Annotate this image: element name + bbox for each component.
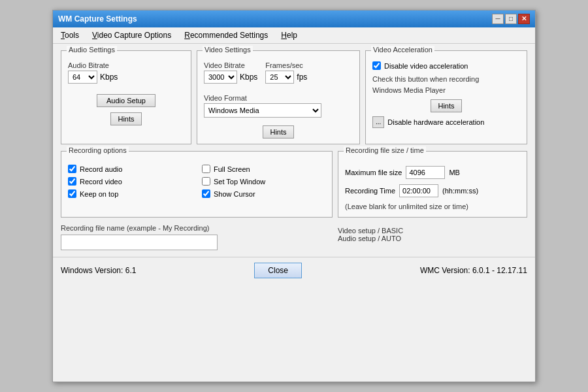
full-screen-checkbox[interactable] [202,165,210,173]
audio-bitrate-row: 64 32 48 96 128 192 256 Kbps [68,71,184,84]
max-file-size-unit: MB [449,169,460,176]
video-setup-info: Video setup / BASIC [338,227,527,235]
fps-unit: fps [297,73,307,82]
recording-time-input[interactable] [399,184,438,197]
fps-label: Frames/sec [265,61,307,69]
record-video-row: Record video [68,177,191,186]
size-time-note: (Leave blank for unlimited size or time) [345,203,520,210]
accel-hint-text: Check this button when recording Windows… [372,74,520,95]
menu-recommended-settings[interactable]: Recommended Settings [179,29,273,42]
set-top-window-checkbox[interactable] [202,177,210,186]
recording-file-size-title: Recording file size / time [344,146,426,154]
audio-settings-title: Audio Settings [67,46,117,54]
record-audio-label: Record audio [80,165,122,173]
record-audio-row: Record audio [68,165,191,173]
record-video-label: Record video [80,178,122,186]
close-window-button[interactable]: ✕ [518,14,530,24]
maximize-button[interactable]: □ [505,14,517,24]
video-format-select[interactable]: Windows Media AVI MP4 WMV [204,103,321,118]
audio-hints-button[interactable]: Hints [110,112,141,125]
mid-section: Recording file name (example - My Record… [61,224,527,250]
audio-bitrate-unit: Kbps [100,73,118,82]
disable-accel-row: Disable video acceleration [372,61,520,70]
video-bitrate-fps-row: Video Bitrate 3000 500 1000 2000 4000 60… [204,61,353,89]
title-bar: WM Capture Settings ─ □ ✕ [53,10,535,27]
video-accel-title: Video Acceleration [371,46,434,54]
minimize-button[interactable]: ─ [492,14,504,24]
disable-hw-accel-row: ... Disable hardware acceleration [372,116,520,128]
show-cursor-row: Show Cursor [202,189,325,198]
bottom-section: Recording options Record audio Full Scre… [61,151,527,218]
audio-settings-panel: Audio Settings Audio Bitrate 64 32 48 96… [61,50,191,144]
recording-options-grid: Record audio Full Screen Record video Se… [68,165,325,201]
audio-bitrate-label: Audio Bitrate [68,61,184,69]
filename-section: Recording file name (example - My Record… [61,224,331,250]
windows-version: Windows Version: 6.1 [61,266,136,275]
time-format-label: (hh:mm:ss) [442,187,478,195]
keep-on-top-checkbox[interactable] [68,189,76,198]
max-file-size-label: Maximum file size [345,169,402,176]
recording-time-label: Recording Time [345,187,395,195]
wmc-version: WMC Version: 6.0.1 - 12.17.11 [420,266,527,275]
max-file-size-input[interactable] [406,166,445,179]
audio-bitrate-select[interactable]: 64 32 48 96 128 192 256 [68,71,97,84]
video-hints-button[interactable]: Hints [263,125,293,139]
audio-setup-info: Audio setup / AUTO [338,235,527,242]
show-cursor-checkbox[interactable] [202,189,210,198]
full-screen-label: Full Screen [214,165,250,173]
close-button[interactable]: Close [254,263,302,278]
main-window: WM Capture Settings ─ □ ✕ Tools Video Ca… [52,10,536,382]
recording-time-row: Recording Time (hh:mm:ss) [345,184,520,197]
accel-hints-button[interactable]: Hints [431,99,461,112]
menu-bar: Tools Video Capture Options Recommended … [53,27,535,44]
max-file-size-row: Maximum file size MB [345,166,520,179]
record-video-checkbox[interactable] [68,177,76,186]
video-bitrate-unit: Kbps [240,73,257,82]
title-controls: ─ □ ✕ [492,14,530,24]
show-cursor-label: Show Cursor [214,190,255,198]
filename-input[interactable] [61,235,218,250]
video-format-label: Video Format [204,94,353,102]
keep-on-top-row: Keep on top [68,189,191,198]
filename-label: Recording file name (example - My Record… [61,224,331,232]
set-top-window-label: Set Top Window [214,178,265,186]
window-title: WM Capture Settings [58,14,137,24]
disable-hw-label: Disable hardware acceleration [387,118,484,126]
menu-video-capture-options[interactable]: Video Capture Options [87,29,176,42]
video-settings-panel: Video Settings Video Bitrate 3000 500 10… [197,50,360,144]
video-bitrate-label: Video Bitrate [204,61,257,69]
recording-options-title: Recording options [67,146,129,154]
full-screen-row: Full Screen [202,165,325,173]
set-top-window-row: Set Top Window [202,177,325,186]
disable-accel-checkbox[interactable] [372,61,381,70]
keep-on-top-label: Keep on top [80,190,118,198]
menu-tools[interactable]: Tools [56,29,84,42]
fps-select[interactable]: 25 10 15 20 30 [265,71,294,84]
record-audio-checkbox[interactable] [68,165,76,173]
settings-content: Audio Settings Audio Bitrate 64 32 48 96… [53,44,535,224]
recording-options-panel: Recording options Record audio Full Scre… [61,151,333,218]
setup-info: Video setup / BASIC Audio setup / AUTO [338,224,527,250]
recording-file-size-panel: Recording file size / time Maximum file … [338,151,527,218]
disable-accel-label: Disable video acceleration [384,62,468,70]
video-bitrate-select[interactable]: 3000 500 1000 2000 4000 6000 [204,71,237,84]
video-settings-title: Video Settings [203,46,253,54]
disable-hw-dots-button[interactable]: ... [372,116,384,128]
video-acceleration-panel: Video Acceleration Disable video acceler… [365,50,527,144]
top-panels: Audio Settings Audio Bitrate 64 32 48 96… [61,50,527,144]
audio-setup-button[interactable]: Audio Setup [97,94,155,107]
menu-help[interactable]: Help [276,29,302,42]
footer: Windows Version: 6.1 Close WMC Version: … [53,257,535,284]
